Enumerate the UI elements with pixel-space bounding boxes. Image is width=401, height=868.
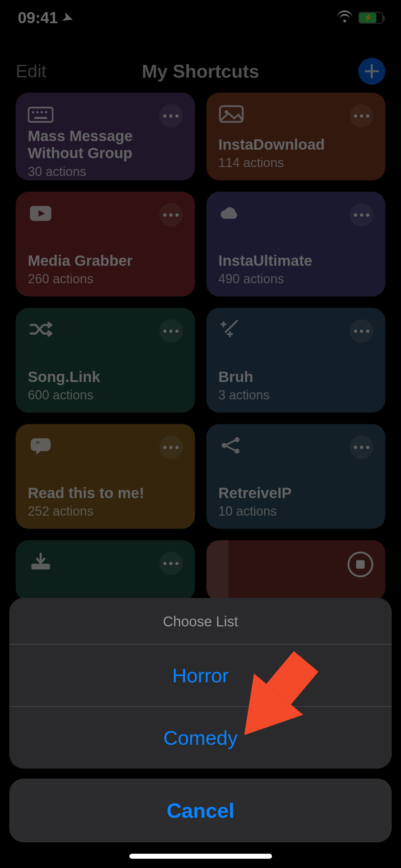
home-indicator[interactable] xyxy=(129,854,272,859)
sheet-option-comedy[interactable]: Comedy xyxy=(9,706,392,769)
cancel-button[interactable]: Cancel xyxy=(9,779,392,842)
action-sheet: Choose List Horror Comedy Cancel xyxy=(9,598,392,842)
sheet-title: Choose List xyxy=(9,598,392,644)
sheet-option-horror[interactable]: Horror xyxy=(9,644,392,706)
